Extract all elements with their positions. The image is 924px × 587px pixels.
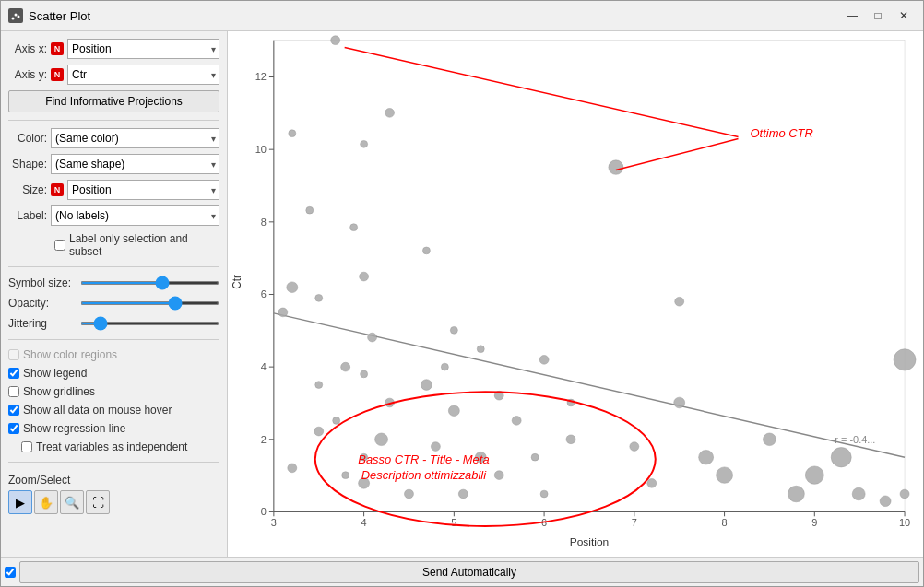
label-dropdown[interactable]: (No labels) (51, 205, 219, 226)
label-dropdown-wrapper: (No labels) (51, 205, 219, 226)
color-row: Color: (Same color) (8, 128, 219, 148)
svg-point-44 (609, 160, 623, 175)
shape-label: Shape: (8, 158, 47, 170)
axis-x-row: Axis x: N Position (8, 39, 219, 59)
show-all-mouse-hover-label[interactable]: Show all data on mouse hover (23, 404, 172, 417)
show-regression-checkbox[interactable] (8, 423, 19, 434)
svg-point-54 (368, 333, 377, 342)
axis-x-dropdown-wrapper: Position (67, 39, 219, 59)
svg-text:8: 8 (722, 517, 728, 528)
zoom-pointer-button[interactable]: ▶ (8, 490, 32, 514)
svg-point-1 (15, 14, 18, 17)
svg-text:5: 5 (451, 517, 456, 528)
axis-x-dropdown[interactable]: Position (67, 39, 219, 59)
svg-point-55 (477, 346, 484, 353)
color-label: Color: (8, 132, 47, 145)
titlebar-controls: — □ ✕ (840, 6, 916, 25)
send-automatically-button[interactable]: Send Automatically (19, 561, 919, 583)
svg-point-47 (422, 247, 430, 254)
svg-point-79 (630, 442, 639, 452)
svg-point-2 (18, 16, 20, 18)
color-dropdown-wrapper: (Same color) (51, 128, 219, 148)
svg-point-43 (361, 140, 368, 147)
app-icon (8, 8, 23, 23)
svg-point-81 (699, 450, 714, 464)
svg-point-82 (717, 467, 733, 483)
basso-ctr-label-line1: Basso CTR - Title - Meta (358, 452, 489, 466)
treat-variables-checkbox[interactable] (21, 441, 32, 452)
svg-text:7: 7 (632, 517, 637, 528)
symbol-size-row: Symbol size: (8, 276, 219, 289)
sidebar: Axis x: N Position Axis y: N Ctr (1, 31, 228, 557)
find-projections-button[interactable]: Find Informative Projections (8, 90, 219, 112)
symbol-size-slider[interactable] (80, 281, 219, 285)
label-subset-checkbox[interactable] (54, 240, 65, 251)
zoom-tools: ▶ ✋ 🔍 ⛶ (8, 490, 219, 514)
show-regression-row: Show regression line (8, 422, 219, 435)
color-dropdown[interactable]: (Same color) (51, 128, 219, 148)
show-all-mouse-hover-checkbox[interactable] (8, 405, 19, 416)
opacity-row: Opacity: (8, 297, 219, 310)
separator-2 (8, 266, 219, 267)
svg-point-91 (315, 382, 323, 389)
opacity-slider[interactable] (80, 301, 219, 305)
svg-point-50 (315, 294, 323, 301)
svg-text:12: 12 (255, 72, 267, 83)
show-legend-label[interactable]: Show legend (23, 367, 87, 380)
main-window: Scatter Plot — □ ✕ Axis x: N Position A (0, 0, 924, 587)
separator-3 (8, 339, 219, 340)
svg-point-77 (494, 471, 503, 480)
plot-area: 3 4 5 6 7 8 (228, 31, 923, 557)
svg-point-58 (361, 370, 368, 378)
maximize-button[interactable]: □ (866, 6, 890, 25)
label-row: Label: (No labels) (8, 205, 219, 226)
svg-point-84 (788, 486, 804, 501)
size-dropdown-wrapper: Position (67, 180, 219, 200)
svg-point-88 (880, 496, 891, 507)
svg-text:10: 10 (899, 517, 910, 528)
show-gridlines-label[interactable]: Show gridlines (23, 385, 95, 398)
svg-point-72 (288, 464, 297, 473)
svg-point-66 (314, 427, 324, 436)
axis-y-row: Axis y: N Ctr (8, 65, 219, 85)
axis-y-label: Axis y: (8, 68, 47, 81)
close-button[interactable]: ✕ (892, 6, 916, 25)
svg-point-83 (763, 433, 776, 446)
titlebar-left: Scatter Plot (8, 8, 90, 23)
svg-point-85 (805, 466, 823, 484)
main-content: Axis x: N Position Axis y: N Ctr (1, 31, 923, 557)
jittering-slider[interactable] (80, 322, 219, 325)
show-color-regions-checkbox[interactable] (8, 349, 19, 360)
footer: Send Automatically (1, 557, 923, 586)
zoom-reset-button[interactable]: ⛶ (86, 490, 110, 514)
svg-point-68 (431, 442, 440, 452)
svg-point-67 (375, 433, 388, 446)
axis-y-dropdown[interactable]: Ctr (67, 65, 219, 85)
minimize-button[interactable]: — (840, 6, 864, 25)
show-regression-label[interactable]: Show regression line (23, 422, 125, 435)
zoom-section: Zoom/Select ▶ ✋ 🔍 ⛶ (8, 474, 219, 514)
show-gridlines-checkbox[interactable] (8, 386, 19, 397)
label-subset-label[interactable]: Label only selection and subset (69, 232, 219, 258)
axis-x-label: Axis x: (8, 42, 47, 55)
show-color-regions-label[interactable]: Show color regions (23, 348, 117, 361)
size-dropdown[interactable]: Position (67, 180, 219, 200)
svg-point-48 (360, 272, 369, 281)
svg-point-92 (441, 363, 448, 370)
titlebar: Scatter Plot — □ ✕ (1, 1, 923, 31)
svg-text:4: 4 (361, 517, 367, 528)
send-auto-checkbox[interactable] (5, 567, 16, 578)
treat-variables-label[interactable]: Treat variables as independent (36, 440, 187, 453)
scatter-plot-svg: 3 4 5 6 7 8 (228, 31, 923, 557)
symbol-size-label: Symbol size: (8, 276, 75, 289)
show-legend-checkbox[interactable] (8, 368, 19, 379)
shape-dropdown[interactable]: (Same shape) (51, 154, 219, 174)
svg-text:4: 4 (261, 361, 267, 372)
basso-ctr-label-line2: Description ottimizzabili (361, 468, 487, 482)
svg-point-41 (385, 109, 395, 118)
svg-point-73 (342, 472, 349, 479)
zoom-pan-button[interactable]: ✋ (34, 490, 58, 514)
svg-point-70 (531, 453, 539, 461)
zoom-magnify-button[interactable]: 🔍 (60, 490, 84, 514)
svg-point-65 (333, 417, 340, 425)
